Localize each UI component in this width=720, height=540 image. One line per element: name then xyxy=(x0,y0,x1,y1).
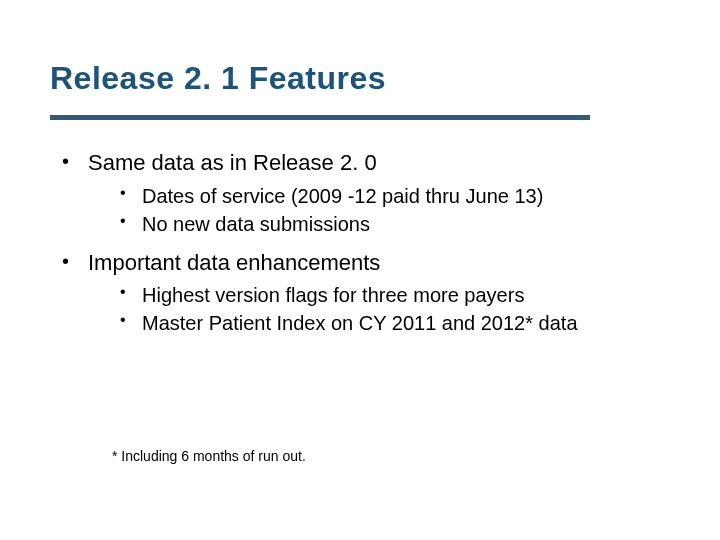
footnote: * Including 6 months of run out. xyxy=(112,448,306,464)
bullet-item: Same data as in Release 2. 0 Dates of se… xyxy=(60,148,670,238)
sub-bullet-list: Dates of service (2009 -12 paid thru Jun… xyxy=(88,182,670,238)
slide: Release 2. 1 Features Same data as in Re… xyxy=(0,0,720,540)
sub-bullet-item: No new data submissions xyxy=(116,210,670,238)
sub-bullet-item: Master Patient Index on CY 2011 and 2012… xyxy=(116,309,670,337)
sub-bullet-list: Highest version flags for three more pay… xyxy=(88,281,670,337)
sub-bullet-item: Dates of service (2009 -12 paid thru Jun… xyxy=(116,182,670,210)
bullet-item: Important data enhancements Highest vers… xyxy=(60,248,670,338)
sub-bullet-item: Highest version flags for three more pay… xyxy=(116,281,670,309)
sub-bullet-text: Highest version flags for three more pay… xyxy=(142,284,524,306)
sub-bullet-text: No new data submissions xyxy=(142,213,370,235)
slide-title: Release 2. 1 Features xyxy=(50,60,670,97)
bullet-text: Same data as in Release 2. 0 xyxy=(88,150,377,175)
sub-bullet-text: Dates of service (2009 -12 paid thru Jun… xyxy=(142,185,543,207)
sub-bullet-text: Master Patient Index on CY 2011 and 2012… xyxy=(142,312,578,334)
bullet-list: Same data as in Release 2. 0 Dates of se… xyxy=(50,148,670,337)
bullet-text: Important data enhancements xyxy=(88,250,380,275)
title-rule xyxy=(50,115,590,120)
